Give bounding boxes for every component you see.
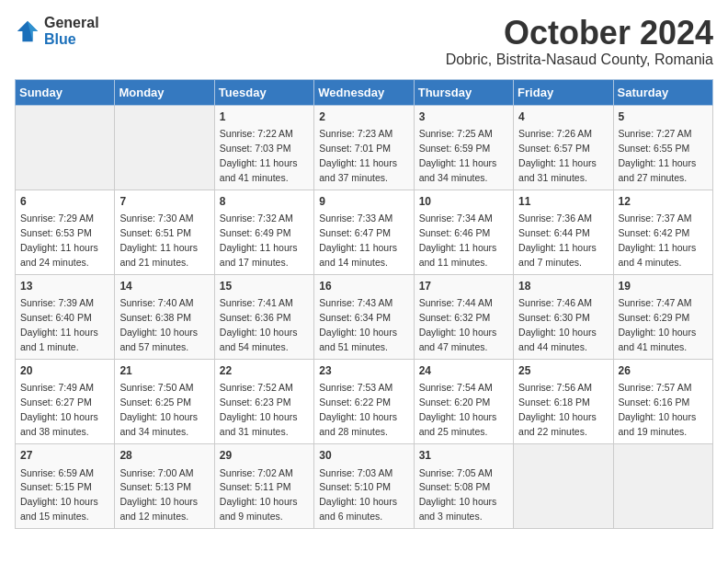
day-number: 4	[518, 109, 608, 125]
cell-content: Sunrise: 7:03 AMSunset: 5:10 PMDaylight:…	[319, 467, 397, 523]
week-row-4: 27 Sunrise: 6:59 AMSunset: 5:15 PMDaylig…	[16, 444, 713, 529]
calendar-cell: 23 Sunrise: 7:53 AMSunset: 6:22 PMDaylig…	[314, 360, 414, 444]
calendar-cell: 31 Sunrise: 7:05 AMSunset: 5:08 PMDaylig…	[414, 444, 513, 529]
cell-content: Sunrise: 7:27 AMSunset: 6:55 PMDaylight:…	[619, 128, 697, 183]
day-number: 24	[419, 363, 508, 379]
cell-content: Sunrise: 7:56 AMSunset: 6:18 PMDaylight:…	[518, 382, 597, 437]
calendar-cell: 5 Sunrise: 7:27 AMSunset: 6:55 PMDayligh…	[613, 105, 712, 190]
calendar-cell: 15 Sunrise: 7:41 AMSunset: 6:36 PMDaylig…	[214, 274, 313, 359]
day-number: 9	[319, 194, 408, 210]
month-title: October 2024	[446, 15, 713, 52]
header-wednesday: Wednesday	[314, 79, 414, 105]
cell-content: Sunrise: 7:54 AMSunset: 6:20 PMDaylight:…	[419, 382, 497, 437]
day-number: 22	[220, 363, 309, 379]
calendar-cell: 1 Sunrise: 7:22 AMSunset: 7:03 PMDayligh…	[214, 105, 313, 190]
calendar-cell: 27 Sunrise: 6:59 AMSunset: 5:15 PMDaylig…	[16, 444, 115, 529]
cell-content: Sunrise: 7:34 AMSunset: 6:46 PMDaylight:…	[419, 213, 497, 268]
cell-content: Sunrise: 7:52 AMSunset: 6:23 PMDaylight:…	[220, 382, 298, 437]
calendar-cell: 3 Sunrise: 7:25 AMSunset: 6:59 PMDayligh…	[414, 105, 513, 190]
day-number: 10	[419, 194, 508, 210]
cell-content: Sunrise: 7:25 AMSunset: 6:59 PMDaylight:…	[419, 128, 497, 183]
day-number: 2	[319, 109, 408, 125]
day-number: 14	[119, 279, 209, 294]
calendar-cell: 4 Sunrise: 7:26 AMSunset: 6:57 PMDayligh…	[514, 105, 613, 190]
calendar-cell: 29 Sunrise: 7:02 AMSunset: 5:11 PMDaylig…	[214, 444, 313, 529]
calendar-cell: 26 Sunrise: 7:57 AMSunset: 6:16 PMDaylig…	[613, 360, 712, 444]
cell-content: Sunrise: 7:41 AMSunset: 6:36 PMDaylight:…	[220, 297, 298, 352]
calendar-body: 1 Sunrise: 7:22 AMSunset: 7:03 PMDayligh…	[16, 105, 713, 529]
week-row-1: 6 Sunrise: 7:29 AMSunset: 6:53 PMDayligh…	[16, 190, 713, 274]
calendar-cell: 6 Sunrise: 7:29 AMSunset: 6:53 PMDayligh…	[16, 190, 115, 274]
calendar-cell: 2 Sunrise: 7:23 AMSunset: 7:01 PMDayligh…	[314, 105, 414, 190]
calendar-cell: 9 Sunrise: 7:33 AMSunset: 6:47 PMDayligh…	[314, 190, 414, 274]
cell-content: Sunrise: 7:32 AMSunset: 6:49 PMDaylight:…	[220, 213, 298, 268]
cell-content: Sunrise: 7:23 AMSunset: 7:01 PMDaylight:…	[319, 128, 397, 183]
day-number: 19	[619, 279, 708, 294]
day-number: 8	[220, 194, 309, 210]
calendar-cell: 13 Sunrise: 7:39 AMSunset: 6:40 PMDaylig…	[16, 274, 115, 359]
header-sunday: Sunday	[16, 79, 115, 105]
logo-blue-text: Blue	[44, 31, 99, 48]
day-number: 25	[518, 363, 608, 379]
calendar-header: SundayMondayTuesdayWednesdayThursdayFrid…	[16, 79, 713, 105]
day-number: 13	[20, 279, 109, 294]
cell-content: Sunrise: 7:44 AMSunset: 6:32 PMDaylight:…	[419, 297, 497, 352]
cell-content: Sunrise: 7:40 AMSunset: 6:38 PMDaylight:…	[119, 297, 198, 352]
logo: General Blue	[15, 15, 99, 47]
header-saturday: Saturday	[613, 79, 712, 105]
calendar-cell: 28 Sunrise: 7:00 AMSunset: 5:13 PMDaylig…	[115, 444, 214, 529]
calendar-cell: 7 Sunrise: 7:30 AMSunset: 6:51 PMDayligh…	[115, 190, 214, 274]
day-number: 6	[20, 194, 109, 210]
day-number: 31	[419, 448, 508, 464]
calendar-cell: 20 Sunrise: 7:49 AMSunset: 6:27 PMDaylig…	[16, 360, 115, 444]
day-number: 17	[419, 279, 508, 294]
cell-content: Sunrise: 7:36 AMSunset: 6:44 PMDaylight:…	[518, 213, 597, 268]
header-monday: Monday	[115, 79, 214, 105]
calendar-cell: 16 Sunrise: 7:43 AMSunset: 6:34 PMDaylig…	[314, 274, 414, 359]
calendar-cell: 19 Sunrise: 7:47 AMSunset: 6:29 PMDaylig…	[613, 274, 712, 359]
day-number: 21	[119, 363, 209, 379]
calendar-cell: 21 Sunrise: 7:50 AMSunset: 6:25 PMDaylig…	[115, 360, 214, 444]
calendar-cell: 25 Sunrise: 7:56 AMSunset: 6:18 PMDaylig…	[514, 360, 613, 444]
cell-content: Sunrise: 7:43 AMSunset: 6:34 PMDaylight:…	[319, 297, 397, 352]
calendar-cell: 17 Sunrise: 7:44 AMSunset: 6:32 PMDaylig…	[414, 274, 513, 359]
calendar-cell: 12 Sunrise: 7:37 AMSunset: 6:42 PMDaylig…	[613, 190, 712, 274]
logo-text: General Blue	[44, 15, 99, 47]
day-number: 3	[419, 109, 508, 125]
calendar-table: SundayMondayTuesdayWednesdayThursdayFrid…	[15, 79, 713, 530]
day-number: 30	[319, 448, 408, 464]
day-number: 16	[319, 279, 408, 294]
cell-content: Sunrise: 7:39 AMSunset: 6:40 PMDaylight:…	[20, 297, 98, 352]
header-tuesday: Tuesday	[214, 79, 313, 105]
week-row-0: 1 Sunrise: 7:22 AMSunset: 7:03 PMDayligh…	[16, 105, 713, 190]
calendar-cell: 14 Sunrise: 7:40 AMSunset: 6:38 PMDaylig…	[115, 274, 214, 359]
day-number: 28	[119, 448, 209, 464]
calendar-cell	[16, 105, 115, 190]
day-number: 15	[220, 279, 309, 294]
week-row-3: 20 Sunrise: 7:49 AMSunset: 6:27 PMDaylig…	[16, 360, 713, 444]
day-number: 20	[20, 363, 109, 379]
cell-content: Sunrise: 7:22 AMSunset: 7:03 PMDaylight:…	[220, 128, 298, 183]
location-title: Dobric, Bistrita-Nasaud County, Romania	[446, 52, 713, 68]
day-number: 27	[20, 448, 109, 464]
cell-content: Sunrise: 7:53 AMSunset: 6:22 PMDaylight:…	[319, 382, 397, 437]
day-number: 18	[518, 279, 608, 294]
header-row: SundayMondayTuesdayWednesdayThursdayFrid…	[16, 79, 713, 105]
header-thursday: Thursday	[414, 79, 513, 105]
calendar-cell: 10 Sunrise: 7:34 AMSunset: 6:46 PMDaylig…	[414, 190, 513, 274]
day-number: 7	[119, 194, 209, 210]
cell-content: Sunrise: 7:46 AMSunset: 6:30 PMDaylight:…	[518, 297, 597, 352]
cell-content: Sunrise: 7:29 AMSunset: 6:53 PMDaylight:…	[20, 213, 98, 268]
cell-content: Sunrise: 7:47 AMSunset: 6:29 PMDaylight:…	[619, 297, 697, 352]
calendar-cell: 8 Sunrise: 7:32 AMSunset: 6:49 PMDayligh…	[214, 190, 313, 274]
cell-content: Sunrise: 7:30 AMSunset: 6:51 PMDaylight:…	[119, 213, 198, 268]
day-number: 26	[619, 363, 708, 379]
calendar-cell: 18 Sunrise: 7:46 AMSunset: 6:30 PMDaylig…	[514, 274, 613, 359]
cell-content: Sunrise: 7:33 AMSunset: 6:47 PMDaylight:…	[319, 213, 397, 268]
cell-content: Sunrise: 7:00 AMSunset: 5:13 PMDaylight:…	[119, 467, 198, 523]
cell-content: Sunrise: 7:49 AMSunset: 6:27 PMDaylight:…	[20, 382, 98, 437]
cell-content: Sunrise: 7:05 AMSunset: 5:08 PMDaylight:…	[419, 467, 497, 523]
title-block: October 2024 Dobric, Bistrita-Nasaud Cou…	[446, 15, 713, 68]
calendar-cell: 24 Sunrise: 7:54 AMSunset: 6:20 PMDaylig…	[414, 360, 513, 444]
day-number: 23	[319, 363, 408, 379]
